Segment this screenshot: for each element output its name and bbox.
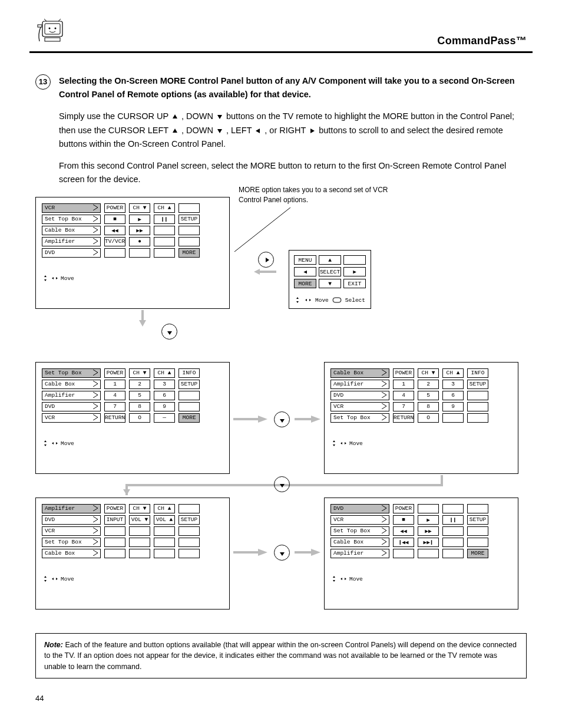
device-tab[interactable]: Amplifier bbox=[330, 380, 389, 389]
remote-button[interactable] bbox=[154, 549, 175, 558]
remote-button[interactable]: ● bbox=[129, 237, 150, 246]
remote-button[interactable] bbox=[129, 538, 150, 547]
remote-button[interactable]: CH ▲ bbox=[154, 368, 175, 378]
remote-button[interactable]: VOL ▼ bbox=[129, 515, 150, 525]
remote-button[interactable]: INFO bbox=[467, 368, 488, 378]
remote-button[interactable] bbox=[104, 538, 125, 547]
left-button[interactable]: ◀ bbox=[294, 267, 316, 276]
remote-button[interactable] bbox=[467, 391, 488, 400]
device-tab[interactable]: Cable Box bbox=[42, 226, 101, 235]
remote-button[interactable] bbox=[178, 237, 200, 246]
blank-button[interactable] bbox=[343, 255, 366, 265]
remote-button[interactable] bbox=[178, 402, 200, 411]
remote-button[interactable] bbox=[442, 504, 464, 513]
remote-button[interactable]: MORE bbox=[467, 549, 488, 558]
device-tab[interactable]: Set Top Box bbox=[42, 368, 101, 378]
remote-button[interactable]: 7 bbox=[104, 402, 125, 411]
remote-button[interactable]: INFO bbox=[178, 368, 200, 378]
device-tab[interactable]: Amplifier bbox=[42, 391, 101, 400]
remote-button[interactable]: POWER bbox=[104, 368, 125, 378]
remote-button[interactable]: 3 bbox=[442, 380, 464, 389]
device-tab[interactable]: Set Top Box bbox=[42, 538, 101, 547]
remote-button[interactable]: 4 bbox=[104, 391, 125, 400]
remote-button[interactable]: POWER bbox=[104, 504, 125, 513]
remote-button[interactable] bbox=[178, 226, 200, 235]
remote-button[interactable]: ▶▶ bbox=[129, 226, 150, 235]
remote-button[interactable] bbox=[129, 549, 150, 558]
remote-button[interactable]: 2 bbox=[418, 380, 439, 389]
up-button[interactable]: ▲ bbox=[319, 255, 341, 265]
remote-button[interactable] bbox=[178, 203, 200, 213]
remote-button[interactable] bbox=[442, 549, 464, 558]
remote-button[interactable]: SETUP bbox=[467, 380, 488, 389]
device-tab[interactable]: DVD bbox=[42, 402, 101, 411]
remote-button[interactable]: CH ▼ bbox=[129, 368, 150, 378]
remote-button[interactable]: ▶ bbox=[129, 215, 150, 224]
remote-button[interactable]: 9 bbox=[442, 402, 464, 411]
remote-button[interactable]: 2 bbox=[129, 380, 150, 389]
remote-button[interactable]: 6 bbox=[442, 391, 464, 400]
device-tab[interactable]: Cable Box bbox=[330, 538, 389, 547]
remote-button[interactable]: SETUP bbox=[178, 515, 200, 525]
remote-button[interactable]: O bbox=[129, 413, 150, 423]
remote-button[interactable] bbox=[154, 237, 175, 246]
remote-button[interactable] bbox=[467, 538, 488, 547]
remote-button[interactable]: SETUP bbox=[178, 215, 200, 224]
remote-button[interactable] bbox=[467, 413, 488, 423]
remote-button[interactable] bbox=[442, 413, 464, 423]
remote-button[interactable]: ◀◀ bbox=[104, 226, 125, 235]
remote-button[interactable]: SETUP bbox=[467, 515, 488, 525]
remote-button[interactable] bbox=[178, 526, 200, 536]
device-tab[interactable]: VCR bbox=[330, 402, 389, 411]
more-button[interactable]: MORE bbox=[294, 279, 316, 288]
remote-button[interactable] bbox=[154, 538, 175, 547]
remote-button[interactable]: 1 bbox=[393, 380, 414, 389]
device-tab[interactable]: Amplifier bbox=[42, 504, 101, 513]
remote-button[interactable]: 1 bbox=[104, 380, 125, 389]
select-button[interactable]: SELECT bbox=[319, 267, 341, 276]
remote-button[interactable]: RETURN bbox=[104, 413, 125, 423]
remote-button[interactable]: ❙❙ bbox=[154, 215, 175, 224]
remote-button[interactable] bbox=[129, 248, 150, 258]
remote-button[interactable]: TV/VCR bbox=[104, 237, 125, 246]
remote-button[interactable]: 9 bbox=[154, 402, 175, 411]
device-tab[interactable]: Set Top Box bbox=[330, 526, 389, 536]
device-tab[interactable]: Amplifier bbox=[42, 237, 101, 246]
device-tab[interactable]: Amplifier bbox=[330, 549, 389, 558]
device-tab[interactable]: VCR bbox=[42, 413, 101, 423]
remote-button[interactable] bbox=[418, 549, 439, 558]
remote-button[interactable] bbox=[418, 504, 439, 513]
remote-button[interactable] bbox=[442, 538, 464, 547]
device-tab[interactable]: Cable Box bbox=[330, 368, 389, 378]
remote-button[interactable]: ▶ bbox=[418, 515, 439, 525]
remote-button[interactable]: VOL ▲ bbox=[154, 515, 175, 525]
remote-button[interactable]: POWER bbox=[393, 368, 414, 378]
right-button[interactable]: ▶ bbox=[343, 267, 366, 276]
remote-button[interactable]: 5 bbox=[418, 391, 439, 400]
device-tab[interactable]: Set Top Box bbox=[42, 215, 101, 224]
remote-button[interactable] bbox=[178, 391, 200, 400]
remote-button[interactable]: SETUP bbox=[178, 380, 200, 389]
device-tab[interactable]: VCR bbox=[330, 515, 389, 525]
remote-button[interactable]: INPUT bbox=[104, 515, 125, 525]
device-tab[interactable]: DVD bbox=[42, 248, 101, 258]
device-tab[interactable]: Cable Box bbox=[42, 380, 101, 389]
remote-button[interactable]: MORE bbox=[178, 413, 200, 423]
remote-button[interactable]: 3 bbox=[154, 380, 175, 389]
remote-button[interactable]: CH ▼ bbox=[418, 368, 439, 378]
remote-button[interactable]: CH ▲ bbox=[154, 504, 175, 513]
device-tab[interactable]: DVD bbox=[330, 504, 389, 513]
remote-button[interactable]: — bbox=[154, 413, 175, 423]
device-tab[interactable]: Set Top Box bbox=[330, 413, 389, 423]
remote-button[interactable]: RETURN bbox=[393, 413, 414, 423]
remote-button[interactable]: ■ bbox=[393, 515, 414, 525]
remote-button[interactable] bbox=[393, 549, 414, 558]
remote-button[interactable]: CH ▼ bbox=[129, 203, 150, 213]
exit-button[interactable]: EXIT bbox=[343, 279, 366, 288]
down-button[interactable]: ▼ bbox=[319, 279, 341, 288]
remote-button[interactable]: CH ▲ bbox=[154, 203, 175, 213]
device-tab[interactable]: DVD bbox=[42, 515, 101, 525]
remote-button[interactable]: CH ▼ bbox=[129, 504, 150, 513]
remote-button[interactable]: 7 bbox=[393, 402, 414, 411]
remote-button[interactable]: POWER bbox=[104, 203, 125, 213]
